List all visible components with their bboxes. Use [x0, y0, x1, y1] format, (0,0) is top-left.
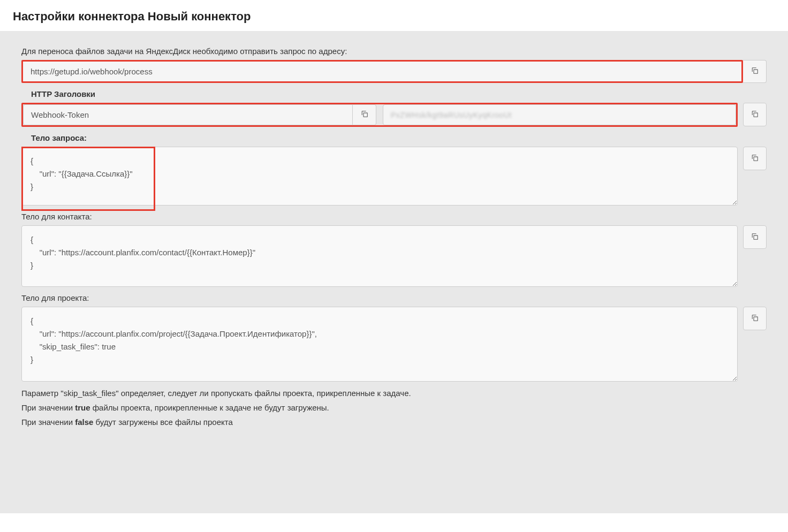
contact-body-label: Тело для контакта: [21, 212, 767, 221]
copy-icon [751, 154, 759, 164]
svg-rect-4 [754, 235, 757, 239]
body-label: Тело запроса: [21, 133, 767, 142]
notes-block: Параметр "skip_task_files" определяет, с… [21, 386, 767, 429]
svg-rect-0 [754, 70, 757, 73]
body-textarea[interactable] [21, 147, 738, 206]
svg-rect-2 [754, 113, 757, 117]
copy-icon [751, 66, 759, 77]
copy-body-button[interactable] [743, 147, 767, 170]
header-value-input[interactable] [383, 104, 736, 125]
copy-header-value-button[interactable] [743, 103, 767, 126]
headers-label: HTTP Заголовки [21, 89, 767, 98]
svg-rect-3 [754, 157, 757, 161]
note-line-3: При значении false будут загружены все ф… [21, 415, 767, 429]
copy-header-name-button[interactable] [353, 104, 376, 125]
copy-contact-body-button[interactable] [743, 225, 767, 249]
project-body-label: Тело для проекта: [21, 293, 767, 302]
copy-icon [751, 232, 759, 242]
copy-project-body-button[interactable] [743, 307, 767, 330]
copy-url-button[interactable] [743, 60, 767, 83]
webhook-url-input[interactable] [21, 60, 743, 83]
content-panel: Для переноса файлов задачи на ЯндексДиск… [0, 32, 788, 513]
headers-highlight [21, 103, 738, 127]
intro-text: Для переноса файлов задачи на ЯндексДиск… [21, 47, 767, 56]
page-title: Настройки коннектора Новый коннектор [0, 0, 788, 32]
svg-rect-1 [363, 113, 367, 117]
copy-icon [360, 110, 369, 120]
copy-icon [751, 314, 759, 324]
header-name-input[interactable] [23, 104, 353, 125]
project-body-textarea[interactable] [21, 307, 738, 382]
copy-icon [751, 110, 759, 120]
note-line-2: При значении true файлы проекта, проикре… [21, 400, 767, 415]
svg-rect-5 [754, 317, 757, 321]
note-line-1: Параметр "skip_task_files" определяет, с… [21, 386, 767, 400]
contact-body-textarea[interactable] [21, 225, 738, 287]
